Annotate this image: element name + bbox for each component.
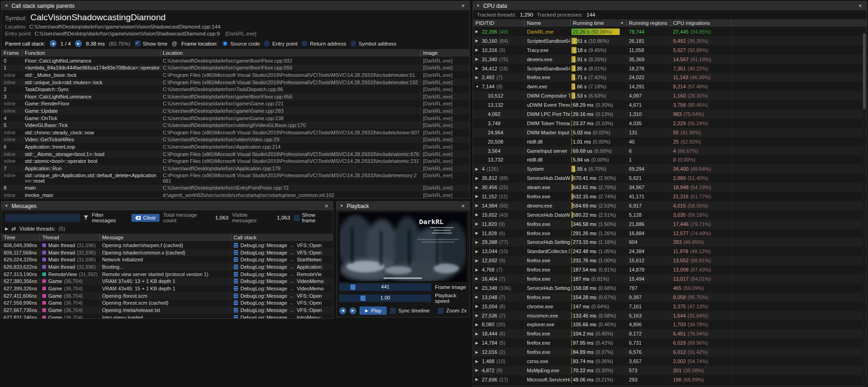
cpu-process-row[interactable]: ▶14,984(50)devenv.exe584.69 ms(2.53%)6,9…	[473, 201, 867, 210]
process-pid-cell[interactable]: ▶12,016(2)	[473, 347, 525, 357]
cpu-process-row[interactable]: ▶4(126)System1.55 s(6.70%)69,29434,400(4…	[473, 164, 867, 173]
expand-row-icon[interactable]: ▶	[475, 240, 480, 244]
callstack-icon[interactable]	[234, 257, 238, 262]
cpu-process-row[interactable]: ▶18,444(6)firefox.exe104.2 ms(0.45%)8,17…	[473, 329, 867, 338]
message-callstack-cell[interactable]: DebugLog::Message←VFS::Open	[231, 242, 333, 249]
callstack-frame-row[interactable]: 4Game::OnTickC:\Users\wolf\Desktop\darkr…	[1, 115, 469, 122]
message-callstack-cell[interactable]: DebugLog::Message←StartNetwo	[231, 256, 333, 263]
process-pid-cell[interactable]: ▶4(126)	[473, 164, 525, 173]
message-row[interactable]: 627,667,736nsGame(36,704)Opening /meta/r…	[1, 306, 333, 314]
callstack-icon[interactable]	[234, 279, 238, 283]
cpu-process-row[interactable]: 3,564GameInput server69.68 us(0.00%)64(6…	[473, 146, 867, 156]
process-pid-cell[interactable]: ▼7,144(8)	[473, 82, 525, 91]
step-forward-button[interactable]: ▶	[349, 307, 356, 314]
expand-row-icon[interactable]: ▶	[475, 167, 480, 171]
callstack-icon[interactable]	[234, 243, 238, 248]
column-header-message[interactable]: Message	[100, 234, 231, 241]
zoom-checkbox[interactable]: Zoom 2x	[438, 308, 467, 314]
collapse-arrow-icon[interactable]: ▼	[476, 4, 480, 8]
expand-row-icon[interactable]: ▶	[475, 194, 480, 198]
next-parent-button[interactable]: ▶	[75, 40, 82, 47]
cpu-process-row[interactable]: ▶31,340(75)devenv.exe1.91 s(8.26%)35,369…	[473, 55, 867, 64]
process-pid-cell[interactable]: ▶13,048(7)	[473, 293, 525, 302]
process-pid-cell[interactable]: ▶29,388(77)	[473, 237, 525, 247]
process-pid-cell[interactable]: ▶23,348(106)	[473, 283, 525, 293]
callstack-frame-row[interactable]: 8mainC:\Users\wolf\Desktop\darkrl\src\En…	[1, 185, 469, 192]
expand-row-icon[interactable]: ▶	[475, 66, 480, 70]
message-row[interactable]: 606,049,398nsMain thread(31,596)Opening …	[1, 242, 333, 249]
callstack-frame-row[interactable]: inlineVideo::GetTicksHiResC:\Users\wolf\…	[1, 136, 469, 144]
callstack-icon[interactable]	[234, 272, 238, 277]
callstack-frame-row[interactable]: 3Floor::CalcLightNoLuminanceC:\Users\wol…	[1, 93, 469, 100]
cpu-process-row[interactable]: ▶13,044(10)StandardCollector.Servic242.4…	[473, 247, 867, 256]
process-pid-cell[interactable]: 13,732	[473, 155, 525, 164]
callstack-icon[interactable]	[234, 286, 238, 291]
column-header-cpu-migrations[interactable]: CPU migrations	[671, 19, 731, 27]
frame-location-option-return-address[interactable]: Return address	[302, 40, 346, 46]
message-callstack-cell[interactable]: DebugLog::Message←VideoMemo	[231, 277, 333, 285]
collapse-arrow-icon[interactable]: ▼	[5, 4, 8, 8]
process-pid-cell[interactable]: ▶27,696(17)	[473, 375, 525, 384]
process-pid-cell[interactable]: ▶1,488(10)	[473, 357, 525, 366]
callstack-frame-row[interactable]: inlinestd::atomic<bool>::operator boolC:…	[1, 157, 469, 165]
expand-row-icon[interactable]: ▶	[475, 203, 480, 208]
expand-row-icon[interactable]: ▶	[475, 359, 480, 364]
process-pid-cell[interactable]: ▶27,536(7)	[473, 311, 525, 320]
message-callstack-cell[interactable]: DebugLog::Message←VFS::Open	[231, 292, 333, 300]
close-icon[interactable]: ×	[460, 202, 466, 209]
frame-location-option-entry-point[interactable]: Entry point	[264, 40, 297, 46]
message-row[interactable]: 606,117,568nsMain thread(31,596)Opening …	[1, 249, 333, 256]
frame-image-slider[interactable]: 441	[339, 283, 431, 291]
filter-input[interactable]	[5, 214, 80, 222]
process-pid-cell[interactable]: 4,092	[473, 110, 525, 119]
process-pid-cell[interactable]: 20,508	[473, 137, 525, 146]
callstack-frame-row[interactable]: 2TaskDispatch::SyncC:\Users\wolf\Desktop…	[1, 86, 469, 93]
callstack-frame-row[interactable]: inlinestd::chrono::steady_clock::nowC:\P…	[1, 129, 469, 136]
cpu-process-row[interactable]: ▶12,692(9)firefox.exe231.76 ms(1.00%)15,…	[473, 256, 867, 265]
prev-parent-button[interactable]: ◀	[50, 40, 57, 47]
process-pid-cell[interactable]: ▶13,044(10)	[473, 247, 525, 256]
cpu-process-row[interactable]: ▶23,348(106)ServiceHub.SettingsHost158.0…	[473, 283, 867, 293]
column-header-running-time[interactable]: Running time ▼	[571, 19, 627, 27]
cpu-process-row[interactable]: ▶1,488(10)csrss.exe83.74 ms(0.36%)3,6572…	[473, 357, 867, 366]
callstack-icon[interactable]	[234, 300, 238, 305]
callstack-icon[interactable]	[234, 294, 238, 298]
cpu-process-row[interactable]: ▶27,536(7)msvsmon.exe133.45 ms(0.58%)5,1…	[473, 311, 867, 320]
collapse-arrow-icon[interactable]: ▼	[340, 204, 343, 208]
expand-row-icon[interactable]: ▶	[475, 185, 480, 190]
process-pid-cell[interactable]: ▶4,872(9)	[473, 366, 525, 375]
process-pid-cell[interactable]: ▶14,784(5)	[473, 338, 525, 347]
column-header-function[interactable]: Function	[23, 49, 160, 57]
close-icon[interactable]: ×	[460, 2, 466, 9]
expand-row-icon[interactable]: ▶	[475, 48, 480, 52]
expand-row-icon[interactable]: ▶	[475, 268, 480, 272]
cpu-process-row[interactable]: ▶11,152(12)firefox.exe632.15 ms(2.74%)41…	[473, 192, 867, 201]
expand-row-icon[interactable]: ▶	[475, 368, 480, 372]
callstack-frame-row[interactable]: inlinestd::_Atomic_storage<bool,1>::load…	[1, 150, 469, 158]
playback-speed-slider[interactable]: 1.00	[339, 295, 431, 302]
process-pid-cell[interactable]: ▶15,652(43)	[473, 210, 525, 219]
column-header-frame[interactable]: Frame	[1, 49, 23, 57]
process-pid-cell[interactable]: ▶16,464(7)	[473, 274, 525, 283]
cpu-process-row[interactable]: ▶13,048(7)firefox.exe154.28 ms(0.67%)9,3…	[473, 293, 867, 302]
message-callstack-cell[interactable]: DebugLog::Message←VideoMemo	[231, 285, 333, 292]
process-pid-cell[interactable]: ▶4,768(7)	[473, 265, 525, 274]
column-header-name[interactable]: Name	[525, 19, 571, 27]
message-row[interactable]: 627,313,190nsRemoteView(31,392)Remote vi…	[1, 271, 333, 278]
column-header-callstack[interactable]: Call stack	[231, 234, 333, 241]
process-pid-cell[interactable]: 10,512	[473, 91, 525, 100]
cpu-process-row[interactable]: ▶2,492(7)firefox.exe1.71 s(7.42%)24,0221…	[473, 73, 867, 82]
callstack-icon[interactable]	[234, 315, 238, 318]
callstack-frame-row[interactable]: 0Floor::CalcLightNoLuminanceC:\Users\wol…	[1, 57, 469, 64]
process-pid-cell[interactable]: ▶10,316(9)	[473, 46, 525, 55]
process-pid-cell[interactable]: 24,964	[473, 128, 525, 137]
cpu-process-row[interactable]: ▶35,812(88)ServiceHub.DataWareho670.41 m…	[473, 173, 867, 183]
frame-location-option-symbol-address[interactable]: Symbol address	[350, 40, 396, 46]
messages-titlebar[interactable]: ▼ Messages ×	[1, 202, 333, 210]
callstack-frame-row[interactable]: inlineGame::UpdateC:\Users\wolf\Desktop\…	[1, 107, 469, 115]
cpu-process-row[interactable]: 10,512DWM Compositor Threa1.53 s(6.63%)4…	[473, 91, 867, 100]
process-pid-cell[interactable]: 3,748	[473, 119, 525, 128]
expand-row-icon[interactable]: ▶	[475, 213, 480, 217]
expand-row-icon[interactable]: ▶	[475, 377, 480, 381]
expand-row-icon[interactable]: ▶	[475, 39, 480, 43]
